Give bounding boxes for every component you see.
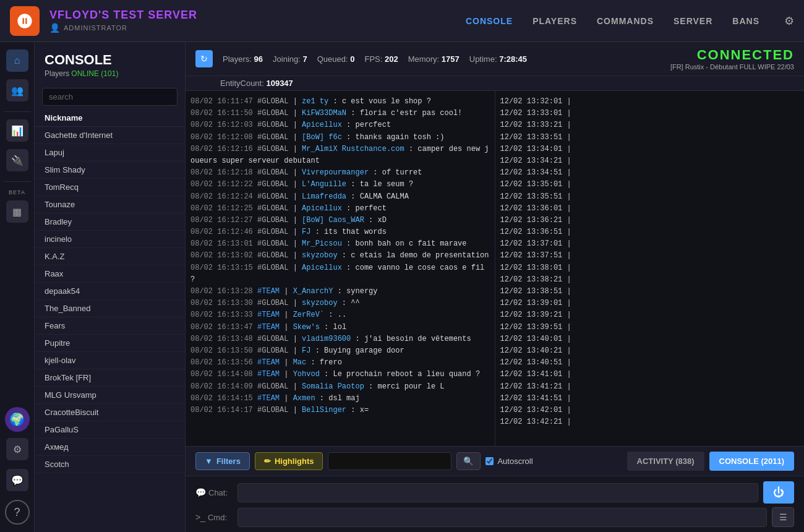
log-right-entry: 12/02 13:33:21 | [500,119,800,131]
cmd-extra-button[interactable]: ☰ [772,507,794,527]
player-item[interactable]: BrokTek [FR] [35,369,185,387]
send-button[interactable]: ⏻ [763,481,794,504]
chat-input[interactable] [237,483,758,502]
player-item[interactable]: Raax [35,265,185,283]
log-entry: 08/02 16:12:16 #GLOBAL | Mr_AlmiX Rustch… [190,144,490,167]
highlight-label: Highlights [275,457,314,466]
queued-stat: Queued: 0 [317,54,355,64]
search-log-button[interactable]: 🔍 [456,452,481,470]
log-entry: 08/02 16:13:33 #TEAM | ZerReV` : .. [190,309,490,321]
sidebar-users-btn[interactable]: 👥 [6,79,28,101]
avatar-btn[interactable]: 🌍 [5,407,30,432]
player-item[interactable]: Scotch [35,456,185,473]
autoscroll-checkbox[interactable] [485,457,494,465]
player-item[interactable]: TomRecq [35,179,185,196]
activity-tab[interactable]: ACTIVITY (838) [627,452,704,471]
log-entry: 08/02 16:12:03 #GLOBAL | Apicellux : per… [190,119,490,131]
sidebar-divider [4,111,31,112]
sidebar-discord-btn[interactable]: 💬 [6,469,28,491]
console-panel-title: CONSOLE [45,52,175,68]
console-area: ↻ Players: 96 Joining: 7 Queued: 0 FPS: … [186,42,804,532]
player-item[interactable]: Lapuj [35,144,185,161]
log-left[interactable]: 08/02 16:11:47 #GLOBAL | ze1 ty : c est … [186,91,495,446]
log-entry: 08/02 16:14:09 #GLOBAL | Somalia Paotop … [190,381,490,393]
player-item[interactable]: Fears [35,317,185,335]
log-entry: 08/02 16:13:48 #GLOBAL | vladim93600 : j… [190,333,490,345]
nav-commands[interactable]: COMMANDS [597,16,654,26]
uptime-val: 7:28:45 [499,54,527,64]
log-right-entry: 12/02 13:34:01 | [500,144,800,155]
log-right-entry: 12/02 13:36:01 | [500,203,800,215]
filter-button[interactable]: ▼ Filters [195,452,250,470]
log-right-entry: 12/02 13:33:01 | [500,108,800,119]
console-tab[interactable]: CONSOLE (2011) [709,452,794,471]
player-item[interactable]: MLG Ursvamp [35,387,185,404]
nav-bans[interactable]: BANS [732,16,759,26]
player-item[interactable]: K.A.Z [35,248,185,265]
main-layout: ⌂ 👥 📊 🔌 BETA ▦ 🌍 ⚙ 💬 ? CONSOLE Players O… [0,42,804,532]
sidebar-grid-btn[interactable]: ▦ [6,200,28,223]
player-item[interactable]: Pupitre [35,335,185,352]
log-right-entry: 12/02 13:37:01 | [500,238,800,250]
sidebar-home-btn[interactable]: ⌂ [6,49,28,72]
nav-server[interactable]: SERVER [674,16,712,26]
player-panel-header: CONSOLE Players ONLINE (101) [35,42,185,83]
log-entry: 08/02 16:12:27 #GLOBAL | [BoW] Caos_WAR … [190,215,490,226]
player-item[interactable]: Slim Shady [35,161,185,179]
player-item[interactable]: The_Banned [35,300,185,317]
log-entry: 08/02 16:14:17 #GLOBAL | BellSinger : x= [190,405,490,416]
search-log-input[interactable] [328,452,451,470]
player-item[interactable]: Ахмед [35,439,185,456]
nav-players[interactable]: PLAYERS [532,16,577,26]
highlight-button[interactable]: ✏ Highlights [255,452,323,470]
player-item[interactable]: Tounaze [35,196,185,213]
settings-icon[interactable]: ⚙ [784,14,794,28]
log-right-entry: 12/02 13:36:21 | [500,215,800,226]
fps-val: 202 [385,54,398,64]
nav-console[interactable]: CONSOLE [466,16,513,26]
chat-icon: 💬 [195,487,206,497]
sidebar-icons: ⌂ 👥 📊 🔌 BETA ▦ 🌍 ⚙ 💬 ? [0,42,35,532]
log-entry: 08/02 16:13:56 #TEAM | Mac : frero [190,357,490,369]
players-stat: Players: 96 [223,54,263,64]
player-item[interactable]: PaGalluS [35,421,185,439]
autoscroll-label[interactable]: Autoscroll [485,457,532,466]
cmd-input[interactable] [237,508,767,527]
player-list-header: Nickname [35,111,185,127]
log-entry: 08/02 16:11:47 #GLOBAL | ze1 ty : c est … [190,96,490,108]
log-right-entry: 12/02 13:40:01 | [500,333,800,345]
log-right-entry: 12/02 13:42:21 | [500,416,800,428]
player-item[interactable]: CracotteBiscuit [35,404,185,421]
top-nav: VFLOYD'S TEST SERVER 👤 ADMINISTRATOR CON… [0,0,804,42]
sidebar-chart-btn[interactable]: 📊 [6,119,28,142]
autoscroll-text: Autoscroll [497,457,532,466]
memory-stat: Memory: 1757 [408,54,460,64]
log-entry: 08/02 16:12:08 #GLOBAL | [BoW] f6c : tha… [190,132,490,144]
log-right-entry: 12/02 13:33:51 | [500,132,800,144]
search-input[interactable] [42,88,177,106]
sidebar-settings-btn[interactable]: ⚙ [6,438,28,460]
log-right-entry: 12/02 13:38:01 | [500,262,800,274]
log-entry: 08/02 16:12:25 #GLOBAL | Apicellux : per… [190,203,490,215]
server-name: VFLOYD'S TEST SERVER [49,9,466,22]
player-item[interactable]: incinelo [35,231,185,248]
log-entry: 08/02 16:14:08 #TEAM | Yohvod : Le proch… [190,369,490,380]
log-right-entry: 12/02 13:40:51 | [500,357,800,369]
log-right-entry: 12/02 13:41:51 | [500,393,800,405]
help-btn[interactable]: ? [5,500,30,525]
player-item[interactable]: depaak54 [35,283,185,300]
player-item[interactable]: Gachette d'Internet [35,127,185,144]
connection-status: CONNECTED [FR] Rustix - Débutant FULL WI… [670,47,794,71]
sidebar-plugin-btn[interactable]: 🔌 [6,149,28,171]
admin-label: ADMINISTRATOR [64,24,127,32]
log-right-entry: 12/02 13:41:01 | [500,369,800,380]
log-right-entry: 12/02 13:37:51 | [500,250,800,262]
refresh-button[interactable]: ↻ [195,50,213,67]
log-entry: 08/02 16:11:50 #GLOBAL | KiFW33DMaN : fl… [190,108,490,119]
log-right-entry: 12/02 13:35:51 | [500,191,800,203]
player-item[interactable]: Bradley [35,213,185,231]
log-right-entry: 12/02 13:39:51 | [500,322,800,333]
player-item[interactable]: kjell-olav [35,352,185,369]
log-right[interactable]: 12/02 13:32:01 |12/02 13:33:01 |12/02 13… [495,91,805,446]
log-right-entry: 12/02 13:36:51 | [500,226,800,238]
